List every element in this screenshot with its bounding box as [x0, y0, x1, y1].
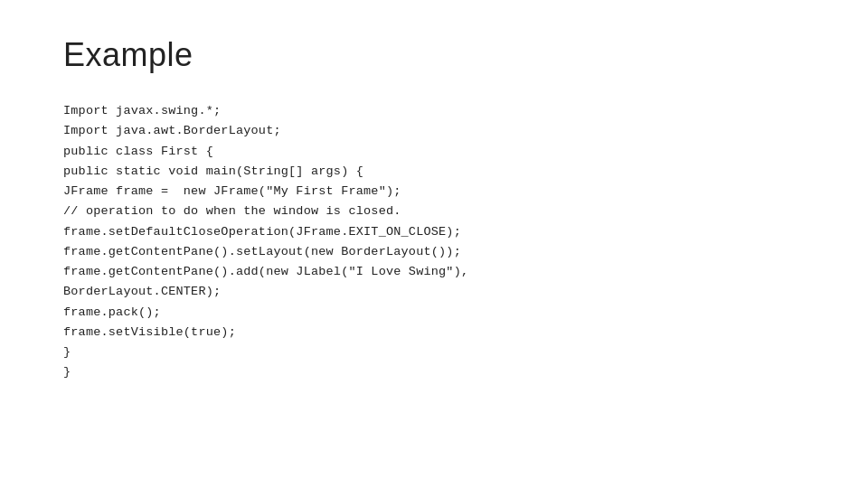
code-line: }	[63, 362, 805, 382]
code-line: frame.getContentPane().setLayout(new Bor…	[63, 242, 805, 262]
code-line: frame.setVisible(true);	[63, 323, 805, 343]
page-title: Example	[63, 36, 805, 74]
page-container: Example Import javax.swing.*;Import java…	[0, 0, 868, 488]
code-block: Import javax.swing.*;Import java.awt.Bor…	[63, 101, 805, 383]
code-line: frame.getContentPane().add(new JLabel("I…	[63, 262, 805, 282]
code-line: public static void main(String[] args) {	[63, 162, 805, 182]
code-line: public class First {	[63, 142, 805, 162]
code-line: Import javax.swing.*;	[63, 101, 805, 121]
code-line: Import java.awt.BorderLayout;	[63, 121, 805, 141]
code-line: JFrame frame = new JFrame("My First Fram…	[63, 182, 805, 202]
code-line: }	[63, 343, 805, 362]
code-line: BorderLayout.CENTER);	[63, 282, 805, 302]
code-line: frame.setDefaultCloseOperation(JFrame.EX…	[63, 222, 805, 242]
code-line: // operation to do when the window is cl…	[63, 202, 805, 221]
code-line: frame.pack();	[63, 303, 805, 323]
